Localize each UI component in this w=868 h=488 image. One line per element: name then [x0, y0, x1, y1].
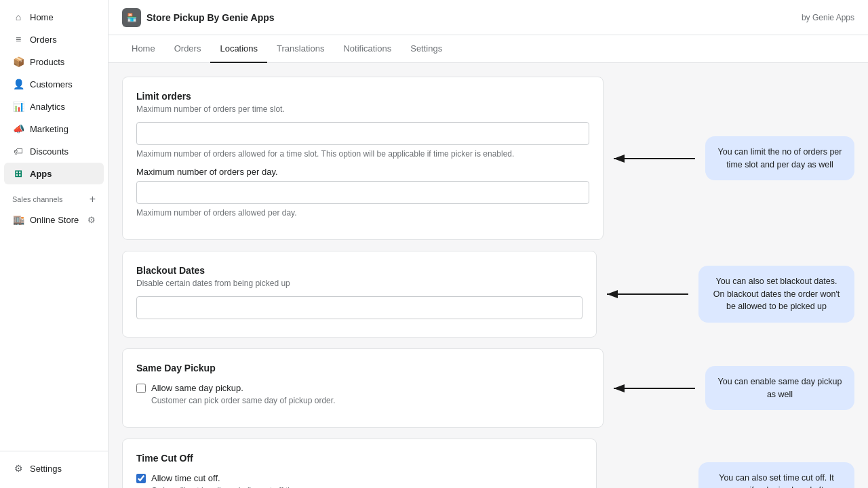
apps-icon: ⊞: [12, 167, 24, 180]
same-day-pickup-card: Same Day Pickup Allow same day pickup. C…: [122, 348, 604, 428]
customers-icon: 👤: [12, 78, 24, 90]
sidebar-item-label: Marketing: [30, 124, 68, 134]
sidebar-item-label: Online Store: [30, 215, 79, 225]
settings-icon: ⚙: [12, 462, 24, 474]
same-day-checkbox-row: Allow same day pickup.: [136, 383, 589, 393]
sidebar-item-products[interactable]: 📦 Products: [4, 51, 104, 73]
limit-orders-perday-label: Maximum number of orders per day.: [136, 167, 589, 177]
sidebar: ⌂ Home ≡ Orders 📦 Products 👤 Customers 📊…: [0, 0, 108, 488]
limit-orders-perday-input[interactable]: [136, 181, 589, 204]
sidebar-item-label: Customers: [30, 79, 73, 89]
blackout-dates-subtitle: Disable certain dates from being picked …: [136, 279, 583, 288]
products-icon: 📦: [12, 56, 24, 68]
time-cut-off-checkbox-label: Allow time cut off.: [151, 473, 220, 483]
blackout-dates-tooltip: You can also set blackout dates. On blac…: [698, 266, 854, 323]
time-cut-off-checkbox-row: Allow time cut off.: [136, 473, 583, 483]
limit-orders-section: Limit orders Maximum number of orders pe…: [122, 77, 854, 240]
discounts-icon: 🏷: [12, 145, 24, 157]
orders-icon: ≡: [12, 33, 24, 45]
blackout-dates-section: Blackout Dates Disable certain dates fro…: [122, 251, 854, 338]
same-day-pickup-title: Same Day Pickup: [136, 363, 589, 373]
blackout-dates-arrow: [597, 287, 698, 301]
time-cut-off-title: Time Cut Off: [136, 453, 583, 464]
limit-orders-arrow: [604, 152, 705, 165]
tab-orders[interactable]: Orders: [165, 35, 211, 63]
sidebar-item-label: Apps: [30, 169, 52, 179]
sidebar-item-customers[interactable]: 👤 Customers: [4, 73, 104, 95]
add-sales-channel-icon[interactable]: +: [90, 193, 96, 205]
limit-orders-perday-hint: Maximum number of orders allowed per day…: [136, 208, 589, 218]
home-icon: ⌂: [12, 11, 24, 23]
limit-orders-timeslot-input[interactable]: [136, 122, 589, 145]
same-day-arrow: [604, 382, 705, 395]
app-title: Store Pickup By Genie Apps: [146, 12, 275, 23]
tab-translations[interactable]: Translations: [267, 35, 334, 63]
app-byline: by Genie Apps: [802, 13, 854, 22]
sidebar-item-analytics[interactable]: 📊 Analytics: [4, 96, 104, 117]
tab-settings[interactable]: Settings: [401, 35, 452, 63]
online-store-icon: 🏬: [12, 214, 24, 226]
limit-orders-card: Limit orders Maximum number of orders pe…: [122, 77, 604, 240]
arrow-svg: [600, 287, 695, 301]
analytics-icon: 📊: [12, 100, 24, 113]
sidebar-item-orders[interactable]: ≡ Orders: [4, 28, 104, 50]
sidebar-item-marketing[interactable]: 📣 Marketing: [4, 118, 104, 140]
blackout-dates-title: Blackout Dates: [136, 265, 583, 276]
sales-channels-label: Sales channels: [12, 195, 63, 203]
same-day-checkbox[interactable]: [136, 384, 146, 393]
app-icon: 🏪: [122, 8, 141, 27]
sidebar-item-label: Orders: [30, 35, 57, 45]
limit-orders-title: Limit orders: [136, 91, 589, 102]
sales-channels-section: Sales channels +: [0, 185, 108, 208]
tab-locations[interactable]: Locations: [210, 35, 267, 63]
same-day-tooltip: You can enable same day pickup as well: [705, 366, 854, 411]
sidebar-nav: ⌂ Home ≡ Orders 📦 Products 👤 Customers 📊…: [0, 0, 108, 451]
sidebar-item-settings[interactable]: ⚙ Settings: [4, 458, 104, 479]
sidebar-item-online-store[interactable]: 🏬 Online Store ⚙: [4, 209, 104, 230]
sidebar-item-label: Analytics: [30, 102, 65, 112]
same-day-hint: Customer can pick order same day of pick…: [136, 396, 589, 405]
time-cut-off-checkbox[interactable]: [136, 474, 146, 483]
limit-orders-timeslot-hint: Maximum number of orders allowed for a t…: [136, 149, 589, 159]
blackout-dates-card: Blackout Dates Disable certain dates fro…: [122, 251, 597, 338]
tab-notifications[interactable]: Notifications: [334, 35, 401, 63]
sidebar-item-label: Discounts: [30, 146, 68, 157]
sidebar-item-label: Settings: [30, 464, 62, 474]
blackout-dates-input[interactable]: [136, 296, 583, 319]
sidebar-item-discounts[interactable]: 🏷 Discounts: [4, 140, 104, 162]
time-cut-off-card: Time Cut Off Allow time cut off. Order w…: [122, 439, 597, 488]
app-icon-glyph: 🏪: [127, 13, 137, 22]
app-title-area: 🏪 Store Pickup By Genie Apps: [122, 8, 275, 27]
tab-home[interactable]: Home: [122, 35, 165, 63]
limit-orders-tooltip: You can limit the no of orders per time …: [705, 136, 854, 181]
same-day-checkbox-label: Allow same day pickup.: [151, 383, 243, 393]
sidebar-item-home[interactable]: ⌂ Home: [4, 6, 104, 28]
arrow-svg: [607, 382, 702, 395]
page-content: Limit orders Maximum number of orders pe…: [108, 63, 868, 488]
sidebar-item-apps[interactable]: ⊞ Apps: [4, 163, 104, 184]
time-cut-off-tooltip: You can also set time cut off. It means …: [698, 462, 854, 489]
marketing-icon: 📣: [12, 123, 24, 135]
main-content: 🏪 Store Pickup By Genie Apps by Genie Ap…: [108, 0, 868, 488]
topbar: 🏪 Store Pickup By Genie Apps by Genie Ap…: [108, 0, 868, 35]
sidebar-item-label: Home: [30, 12, 54, 22]
online-store-settings-icon[interactable]: ⚙: [87, 215, 96, 225]
time-cut-off-section: Time Cut Off Allow time cut off. Order w…: [122, 439, 854, 488]
arrow-svg: [607, 152, 702, 165]
sidebar-item-label: Products: [30, 57, 64, 67]
same-day-pickup-section: Same Day Pickup Allow same day pickup. C…: [122, 348, 854, 428]
tabs-bar: Home Orders Locations Translations Notif…: [108, 35, 868, 63]
sidebar-bottom: ⚙ Settings: [0, 451, 108, 488]
limit-orders-subtitle: Maximum number of orders per time slot.: [136, 104, 589, 114]
